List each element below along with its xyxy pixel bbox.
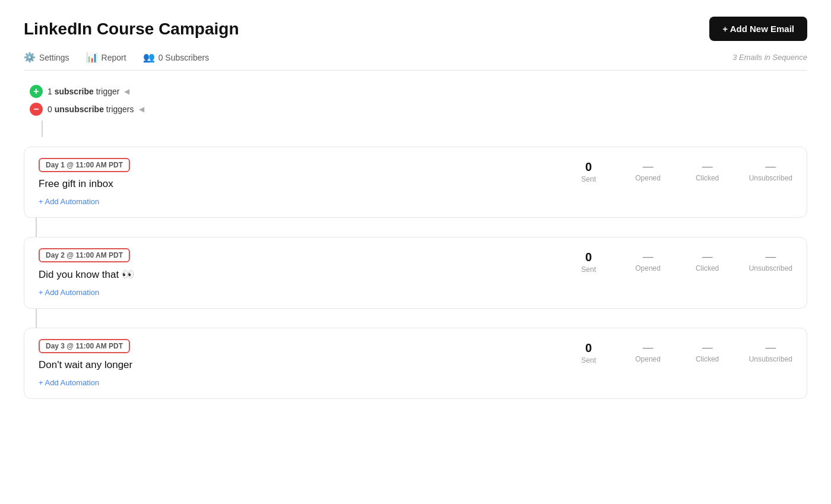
stat-sent-3: 0 Sent	[571, 341, 607, 364]
stat-clicked-3: — Clicked	[690, 341, 725, 363]
email-card-3: Day 3 @ 11:00 AM PDT Don't wait any long…	[24, 328, 807, 399]
card-stats-2: 0 Sent — Opened — Clicked — Unsubscribed	[571, 248, 792, 274]
page-header: LinkedIn Course Campaign + Add New Email	[24, 17, 807, 41]
stat-opened-3: — Opened	[630, 341, 666, 363]
subscribe-trigger-text: 1 subscribe trigger	[47, 87, 119, 96]
stat-sent-2: 0 Sent	[571, 251, 607, 274]
settings-label: Settings	[39, 53, 69, 62]
sent-label-3: Sent	[571, 356, 607, 364]
subscribe-chevron-icon[interactable]: ◀	[124, 87, 129, 96]
unsubscribe-trigger-text: 0 unsubscribe triggers	[47, 104, 134, 114]
email-card-block-2: Day 2 @ 11:00 AM PDT Did you know that 👀…	[24, 237, 807, 328]
card-left-3: Day 3 @ 11:00 AM PDT Don't wait any long…	[39, 339, 571, 388]
unsubscribed-value-2: —	[749, 251, 792, 263]
nav-bar: ⚙️ Settings 📊 Report 👥 0 Subscribers 3 E…	[24, 52, 807, 71]
subscribers-label: 0 Subscribers	[158, 53, 210, 62]
clicked-label-2: Clicked	[690, 264, 725, 272]
opened-value-2: —	[630, 251, 666, 263]
unsubscribed-label-1: Unsubscribed	[749, 174, 792, 182]
card-connector-2	[36, 309, 37, 328]
email-card-1: Day 1 @ 11:00 AM PDT Free gift in inbox …	[24, 147, 807, 218]
day-badge-3[interactable]: Day 3 @ 11:00 AM PDT	[39, 339, 130, 353]
email-card-block-1: Day 1 @ 11:00 AM PDT Free gift in inbox …	[24, 147, 807, 237]
add-automation-link-2[interactable]: + Add Automation	[39, 288, 99, 297]
card-left-1: Day 1 @ 11:00 AM PDT Free gift in inbox …	[39, 158, 571, 207]
add-automation-link-1[interactable]: + Add Automation	[39, 197, 99, 206]
unsubscribed-label-2: Unsubscribed	[749, 264, 792, 272]
opened-label-2: Opened	[630, 264, 666, 272]
trigger-connector	[42, 121, 43, 137]
add-new-email-button[interactable]: + Add New Email	[709, 17, 807, 41]
unsubscribed-label-3: Unsubscribed	[749, 355, 792, 363]
report-icon: 📊	[86, 52, 98, 63]
report-label: Report	[102, 53, 126, 62]
stat-opened-1: — Opened	[630, 160, 666, 182]
unsubscribed-value-1: —	[749, 160, 792, 173]
emails-section: Day 1 @ 11:00 AM PDT Free gift in inbox …	[24, 147, 807, 399]
email-subject-3: Don't wait any longer	[39, 359, 571, 371]
sequence-count: 3 Emails in Sequence	[732, 53, 807, 62]
sent-label-1: Sent	[571, 175, 607, 183]
unsubscribe-trigger-row: − 0 unsubscribe triggers ◀	[30, 103, 807, 116]
day-badge-1[interactable]: Day 1 @ 11:00 AM PDT	[39, 158, 130, 172]
settings-icon: ⚙️	[24, 52, 36, 63]
card-stats-1: 0 Sent — Opened — Clicked — Unsubscribed	[571, 158, 792, 183]
opened-value-3: —	[630, 341, 666, 354]
sent-label-2: Sent	[571, 265, 607, 274]
page-title: LinkedIn Course Campaign	[24, 20, 239, 39]
unsubscribe-chevron-icon[interactable]: ◀	[139, 105, 144, 113]
report-nav-item[interactable]: 📊 Report	[86, 52, 126, 63]
stat-clicked-1: — Clicked	[690, 160, 725, 182]
email-subject-2: Did you know that 👀	[39, 268, 571, 281]
stat-unsubscribed-3: — Unsubscribed	[749, 341, 792, 363]
stat-unsubscribed-2: — Unsubscribed	[749, 251, 792, 272]
clicked-value-1: —	[690, 160, 725, 173]
day-badge-2[interactable]: Day 2 @ 11:00 AM PDT	[39, 248, 130, 262]
subscribe-icon: +	[30, 85, 43, 98]
sent-value-1: 0	[571, 160, 607, 174]
add-automation-link-3[interactable]: + Add Automation	[39, 378, 99, 387]
clicked-label-1: Clicked	[690, 174, 725, 182]
clicked-label-3: Clicked	[690, 355, 725, 363]
opened-label-1: Opened	[630, 174, 666, 182]
card-stats-3: 0 Sent — Opened — Clicked — Unsubscribed	[571, 339, 792, 364]
email-card-block-3: Day 3 @ 11:00 AM PDT Don't wait any long…	[24, 328, 807, 399]
subscribers-nav-item[interactable]: 👥 0 Subscribers	[143, 52, 210, 63]
subscribe-trigger-row: + 1 subscribe trigger ◀	[30, 85, 807, 98]
sent-value-2: 0	[571, 251, 607, 264]
stat-opened-2: — Opened	[630, 251, 666, 272]
clicked-value-2: —	[690, 251, 725, 263]
card-connector-1	[36, 218, 37, 237]
settings-nav-item[interactable]: ⚙️ Settings	[24, 52, 69, 63]
email-subject-1: Free gift in inbox	[39, 178, 571, 190]
stat-clicked-2: — Clicked	[690, 251, 725, 272]
card-left-2: Day 2 @ 11:00 AM PDT Did you know that 👀…	[39, 248, 571, 297]
opened-label-3: Opened	[630, 355, 666, 363]
sent-value-3: 0	[571, 341, 607, 355]
unsubscribed-value-3: —	[749, 341, 792, 354]
email-card-2: Day 2 @ 11:00 AM PDT Did you know that 👀…	[24, 237, 807, 309]
triggers-section: + 1 subscribe trigger ◀ − 0 unsubscribe …	[24, 85, 807, 137]
opened-value-1: —	[630, 160, 666, 173]
stat-unsubscribed-1: — Unsubscribed	[749, 160, 792, 182]
clicked-value-3: —	[690, 341, 725, 354]
unsubscribe-icon: −	[30, 103, 43, 116]
stat-sent-1: 0 Sent	[571, 160, 607, 183]
subscribers-icon: 👥	[143, 52, 155, 63]
